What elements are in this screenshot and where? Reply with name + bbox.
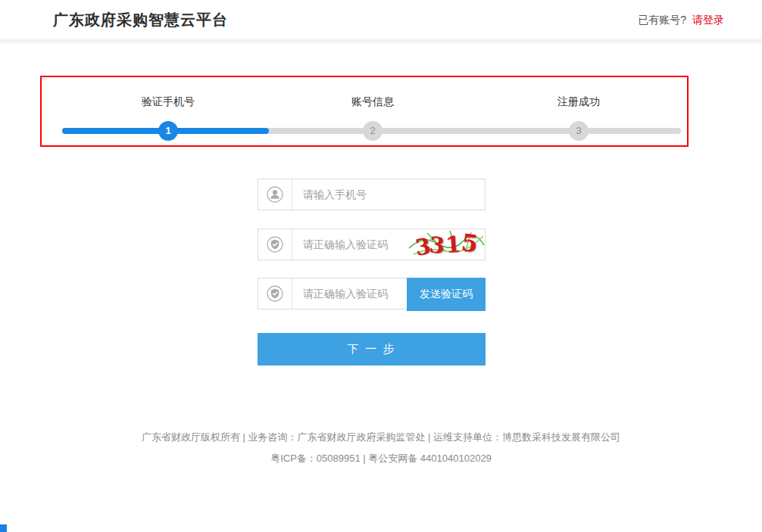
step-label-account-info: 账号信息 [312,95,433,109]
captcha-image[interactable]: 3315 [408,227,486,262]
sms-code-input[interactable] [293,278,407,309]
step-circle-2: 2 [363,121,383,141]
captcha-input-row: 3315 [258,229,486,260]
next-step-button[interactable]: 下 一 步 [258,333,486,366]
captcha-digits: 3315 [408,227,486,262]
registration-page: 广东政府采购智慧云平台 已有账号? 请登录 验证手机号 账号信息 注册成功 1 … [0,0,762,532]
step-circle-1: 1 [158,121,178,141]
footer-copyright: 广东省财政厅版权所有 | 业务咨询：广东省财政厅政府采购监管处 | 运维支持单位… [0,431,762,444]
user-icon [258,179,292,210]
registration-stepper: 验证手机号 账号信息 注册成功 1 2 3 [40,76,689,147]
shield-check-icon [258,229,292,260]
step-label-verify-phone: 验证手机号 [108,95,229,109]
page-title: 广东政府采购智慧云平台 [53,0,228,39]
login-link[interactable]: 请登录 [692,14,724,26]
captcha-input[interactable] [293,229,407,260]
step-circle-3: 3 [569,121,589,141]
header-right: 已有账号? 请登录 [638,0,724,39]
bottom-left-blue-mark [0,524,7,532]
shield-check-icon [258,278,292,309]
send-code-button[interactable]: 发送验证码 [407,278,486,311]
sms-code-input-row: 发送验证码 [258,278,486,310]
phone-input[interactable] [293,179,475,210]
step-label-register-success: 注册成功 [518,95,639,109]
have-account-text: 已有账号? [638,14,686,26]
phone-input-row [258,179,486,210]
header: 广东政府采购智慧云平台 已有账号? 请登录 [0,0,762,39]
footer-icp: 粤ICP备：05089951 | 粤公安网备 4401040102029 [0,452,762,465]
